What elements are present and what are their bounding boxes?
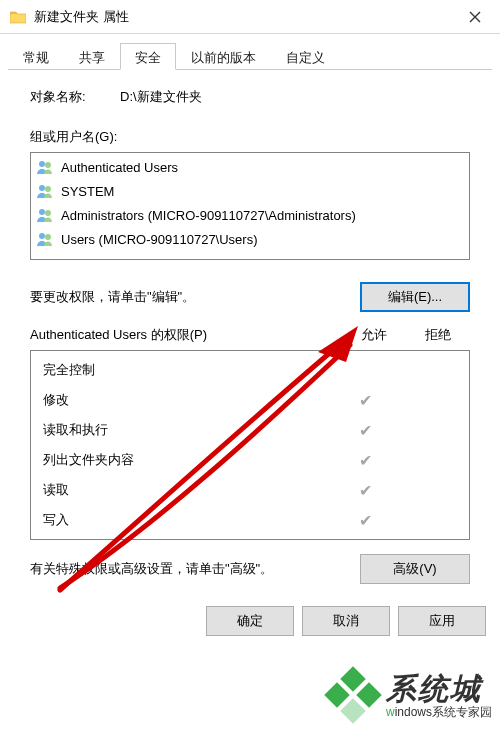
svg-point-2 (39, 185, 45, 191)
perm-label: 读取 (43, 481, 333, 499)
list-item[interactable]: Users (MICRO-909110727\Users) (35, 227, 465, 251)
list-item-label: SYSTEM (61, 184, 114, 199)
perm-row: 写入 ✔ (43, 505, 461, 535)
permissions-header: Authenticated Users 的权限(P) 允许 拒绝 (30, 326, 470, 344)
apply-button[interactable]: 应用 (398, 606, 486, 636)
perm-label: 完全控制 (43, 361, 333, 379)
edit-hint: 要更改权限，请单击"编辑"。 (30, 288, 195, 306)
svg-point-3 (45, 186, 51, 192)
tabstrip: 常规 共享 安全 以前的版本 自定义 (8, 42, 492, 70)
object-row: 对象名称: D:\新建文件夹 (30, 88, 470, 106)
watermark-text: 系统城 windows系统专家园 (386, 674, 492, 721)
perm-allow: ✔ (333, 391, 397, 410)
perm-row: 读取和执行 ✔ (43, 415, 461, 445)
list-item[interactable]: SYSTEM (35, 179, 465, 203)
list-item[interactable]: Administrators (MICRO-909110727\Administ… (35, 203, 465, 227)
folder-icon (10, 9, 26, 25)
principals-list[interactable]: Authenticated Users SYSTEM Administrator… (30, 152, 470, 260)
perm-allow: ✔ (333, 421, 397, 440)
close-button[interactable] (452, 2, 498, 32)
group-user-label: 组或用户名(G): (30, 128, 470, 146)
perm-label: 列出文件夹内容 (43, 451, 333, 469)
perm-label: 修改 (43, 391, 333, 409)
users-group-icon (35, 157, 55, 177)
perm-row: 修改 ✔ (43, 385, 461, 415)
edit-row: 要更改权限，请单击"编辑"。 编辑(E)... (30, 282, 470, 312)
advanced-button[interactable]: 高级(V) (360, 554, 470, 584)
titlebar: 新建文件夹 属性 (0, 0, 500, 34)
tab-previous[interactable]: 以前的版本 (176, 43, 271, 70)
advanced-hint: 有关特殊权限或高级设置，请单击"高级"。 (30, 560, 273, 578)
users-group-icon (35, 205, 55, 225)
users-group-icon (35, 229, 55, 249)
list-item-label: Users (MICRO-909110727\Users) (61, 232, 258, 247)
perm-row: 完全控制 (43, 355, 461, 385)
dialog-buttons: 确定 取消 应用 (0, 596, 500, 648)
tab-general[interactable]: 常规 (8, 43, 64, 70)
advanced-row: 有关特殊权限或高级设置，请单击"高级"。 高级(V) (30, 554, 470, 584)
window-title: 新建文件夹 属性 (34, 8, 452, 26)
tab-security[interactable]: 安全 (120, 43, 176, 70)
permissions-box: 完全控制 修改 ✔ 读取和执行 ✔ 列出文件夹内容 ✔ 读取 ✔ (30, 350, 470, 540)
perm-allow: ✔ (333, 451, 397, 470)
perm-allow: ✔ (333, 511, 397, 530)
cancel-button[interactable]: 取消 (302, 606, 390, 636)
permissions-title: Authenticated Users 的权限(P) (30, 326, 342, 344)
tab-custom[interactable]: 自定义 (271, 43, 340, 70)
svg-point-0 (39, 161, 45, 167)
svg-point-5 (45, 210, 51, 216)
ok-button[interactable]: 确定 (206, 606, 294, 636)
tab-area: 常规 共享 安全 以前的版本 自定义 对象名称: D:\新建文件夹 组或用户名(… (0, 34, 500, 596)
perm-row: 读取 ✔ (43, 475, 461, 505)
users-group-icon (35, 181, 55, 201)
list-item[interactable]: Authenticated Users (35, 155, 465, 179)
svg-point-6 (39, 233, 45, 239)
object-value: D:\新建文件夹 (120, 88, 470, 106)
watermark: 系统城 windows系统专家园 (328, 672, 492, 722)
watermark-title: 系统城 (386, 674, 492, 704)
svg-point-7 (45, 234, 51, 240)
object-label: 对象名称: (30, 88, 120, 106)
col-allow: 允许 (342, 326, 406, 344)
watermark-logo-icon (328, 672, 378, 722)
svg-point-1 (45, 162, 51, 168)
perm-label: 写入 (43, 511, 333, 529)
perm-row: 列出文件夹内容 ✔ (43, 445, 461, 475)
list-item-label: Authenticated Users (61, 160, 178, 175)
perm-label: 读取和执行 (43, 421, 333, 439)
svg-point-4 (39, 209, 45, 215)
security-panel: 对象名称: D:\新建文件夹 组或用户名(G): Authenticated U… (8, 70, 492, 596)
list-item-label: Administrators (MICRO-909110727\Administ… (61, 208, 356, 223)
edit-button[interactable]: 编辑(E)... (360, 282, 470, 312)
perm-allow: ✔ (333, 481, 397, 500)
watermark-subtitle: windows系统专家园 (386, 704, 492, 721)
col-deny: 拒绝 (406, 326, 470, 344)
tab-share[interactable]: 共享 (64, 43, 120, 70)
